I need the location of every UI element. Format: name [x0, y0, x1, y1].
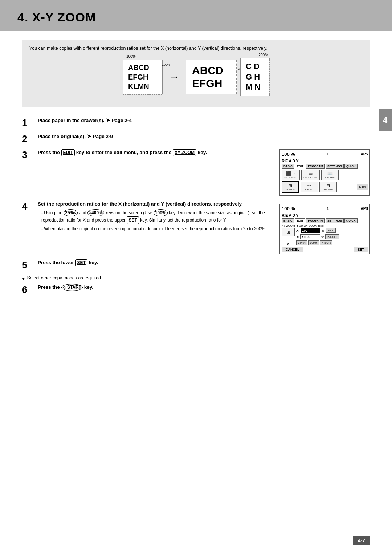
- screen2-copies: 1: [327, 206, 329, 211]
- screen2-25pct-btn[interactable]: 25%<: [296, 240, 307, 245]
- screen1-copies: 1: [327, 152, 329, 156]
- step-4-sub2: - When placing the original on the rever…: [38, 226, 272, 232]
- set-key-lower[interactable]: SET: [75, 259, 87, 266]
- step-5: 5 Press the lower SET key.: [22, 259, 370, 270]
- step-6-text: Press the ◇ START key.: [38, 284, 93, 290]
- set-key-upper[interactable]: SET: [127, 216, 139, 224]
- step-6-content: Press the ◇ START key.: [35, 284, 370, 291]
- screen1-tabs: BASIC EDIT PROGRAM SETTINGS QUICK: [282, 164, 368, 169]
- tab-program[interactable]: PROGRAM: [306, 164, 325, 169]
- screen2-ready: READY: [282, 213, 368, 218]
- step-3-row: 3 Press the EDIT key to enter the edit m…: [22, 149, 370, 196]
- page-number-bar: 4-7: [353, 536, 370, 545]
- screen2-breadcrumb: XY ZOOM ▶Set XY ZOOM ratio: [282, 224, 368, 227]
- step-4-number: 4: [22, 202, 35, 212]
- step-6-number: 6: [22, 285, 35, 295]
- screen2-y-label: Y:: [296, 235, 299, 239]
- screen2-aps: APS: [360, 207, 368, 211]
- xy-zoom-key[interactable]: XY ZOOM: [173, 149, 196, 156]
- screen2-tab-edit[interactable]: EDIT: [295, 218, 305, 223]
- intro-text: You can make copies with different repro…: [29, 46, 363, 51]
- step-3-content: Press the EDIT key to enter the edit men…: [35, 149, 272, 156]
- step-4: 4 Set the reproduction ratios for the X …: [22, 201, 272, 234]
- step-5-text: Press the lower SET key.: [38, 260, 98, 265]
- dual-page-btn[interactable]: 📖 DUAL PAGE: [321, 170, 339, 180]
- page-number: 4-7: [353, 536, 370, 545]
- step-2: 2 Place the original(s). ➤ Page 2-9: [22, 133, 370, 144]
- diagram-box-original: ABCD EFGH KLMN 100%: [123, 60, 163, 94]
- next-btn[interactable]: Next: [357, 184, 368, 190]
- start-key[interactable]: ◇ START: [61, 284, 83, 291]
- screen2-xy-icon: ⊞: [282, 228, 295, 236]
- 400pct-key[interactable]: >400%: [87, 209, 104, 217]
- step-1-text: Place paper in the drawer(s). ➤ Page 2-4: [38, 118, 132, 123]
- screen1-icons-row1: ⬛→ IMAGE SHIFT ▭ EDGE ERASE 📖 DUAL PAGE: [282, 170, 368, 180]
- step-2-content: Place the original(s). ➤ Page 2-9: [35, 133, 370, 140]
- 2in1-btn[interactable]: ⊟ 2IN1/4IN1: [319, 182, 337, 192]
- screen2-tab-basic[interactable]: BASIC: [282, 218, 294, 223]
- step-1: 1 Place paper in the drawer(s). ➤ Page 2…: [22, 117, 370, 128]
- step-2-number: 2: [22, 134, 35, 144]
- screen1-percent: 100 %: [282, 151, 295, 157]
- main-content: You can make copies with different repro…: [0, 31, 392, 309]
- screen2-x-axis-label: X: [282, 242, 295, 246]
- screen2-set-upper[interactable]: SET: [326, 228, 336, 233]
- screen2-400pct-btn[interactable]: >400%: [320, 240, 332, 245]
- step-5-number: 5: [22, 260, 35, 270]
- intro-box: You can make copies with different repro…: [22, 40, 370, 107]
- page-title: 4. X-Y ZOOM: [17, 10, 375, 24]
- screen2-percent: 100 %: [282, 206, 295, 211]
- screen1-ready: READY: [282, 159, 368, 163]
- diagram-area: 100% ABCD EFGH KLMN 100% → ABCD EFGH: [29, 54, 363, 100]
- step-4-row: 4 Set the reproduction ratios for the X …: [22, 201, 370, 254]
- step-4-text: Set the reproduction ratios for the X (h…: [38, 201, 243, 207]
- screen2-x-input[interactable]: 100: [301, 228, 320, 233]
- step-5-content: Press the lower SET key.: [35, 259, 370, 266]
- step-4-content: Set the reproduction ratios for the X (h…: [35, 201, 272, 234]
- step-3: 3 Press the EDIT key to enter the edit m…: [22, 149, 272, 160]
- diagram-box-result-h: ABCD EFGH 200%: [186, 60, 237, 94]
- step-2-text: Place the original(s). ➤ Page 2-9: [38, 134, 113, 139]
- screen2-cancel-btn[interactable]: CANCEL: [282, 247, 303, 252]
- tab-basic[interactable]: BASIC: [282, 164, 294, 169]
- screen2-y-input[interactable]: Y:100: [300, 234, 320, 239]
- 25pct-key[interactable]: 25%<: [64, 209, 78, 217]
- step-1-content: Place paper in the drawer(s). ➤ Page 2-4: [35, 117, 370, 124]
- screen-1: 100 % 1 APS READY BASIC EDIT PROGRAM SET…: [279, 149, 370, 196]
- step-6: 6 Press the ◇ START key.: [22, 284, 370, 295]
- screen1-aps: APS: [360, 152, 368, 156]
- tab-quick[interactable]: QUICK: [344, 164, 358, 169]
- bullet-note-text: Select other copy modes as required.: [27, 275, 102, 280]
- xy-zoom-btn[interactable]: ⊞ XY ZOOM: [282, 181, 299, 193]
- bullet-note: ● Select other copy modes as required.: [22, 275, 370, 281]
- diagram-box-result-v: C D G H M N: [240, 58, 269, 96]
- tab-edit[interactable]: EDIT: [295, 164, 305, 169]
- edit-key[interactable]: EDIT: [61, 149, 75, 156]
- 100pct-key[interactable]: 100%: [154, 209, 168, 217]
- screen2-x-label: X:: [296, 229, 299, 232]
- step-3-number: 3: [22, 150, 35, 160]
- image-shift-btn[interactable]: ⬛→ IMAGE SHIFT: [282, 170, 300, 180]
- diagram-arrow: →: [169, 71, 179, 83]
- screen-2: 100 % 1 APS READY BASIC EDIT PROGRAM SET…: [279, 204, 370, 254]
- screen2-tab-settings[interactable]: SETTINGS: [326, 218, 344, 223]
- header-bar: 4. X-Y ZOOM: [0, 0, 392, 31]
- screen2-tabs: BASIC EDIT PROGRAM SETTINGS QUICK: [282, 218, 368, 223]
- screen2-tab-program[interactable]: PROGRAM: [306, 218, 325, 223]
- step-4-sub1: - Using the 25%< and >400% keys on the s…: [38, 209, 272, 224]
- editing-btn[interactable]: ✏ EdITInG: [301, 182, 318, 192]
- screen2-100pct-btn[interactable]: 100%: [308, 240, 319, 245]
- screen2-cancel-set-row: CANCEL SET: [282, 247, 368, 252]
- tab-marker: 4: [379, 109, 392, 131]
- step-3-text: Press the EDIT key to enter the edit men…: [38, 150, 207, 155]
- edge-erase-btn[interactable]: ▭ EDGE ERASE: [301, 170, 320, 180]
- screen2-tab-quick[interactable]: QUICK: [344, 218, 358, 223]
- screen1-icons-row2: ⊞ XY ZOOM ✏ EdITInG ⊟ 2IN1/4IN1 Next: [282, 181, 368, 193]
- screen2-set-lower-btn[interactable]: SET: [354, 247, 368, 252]
- step-1-number: 1: [22, 118, 35, 128]
- tab-settings[interactable]: SETTINGS: [326, 164, 344, 169]
- screen2-reset-btn[interactable]: RESET: [325, 234, 339, 239]
